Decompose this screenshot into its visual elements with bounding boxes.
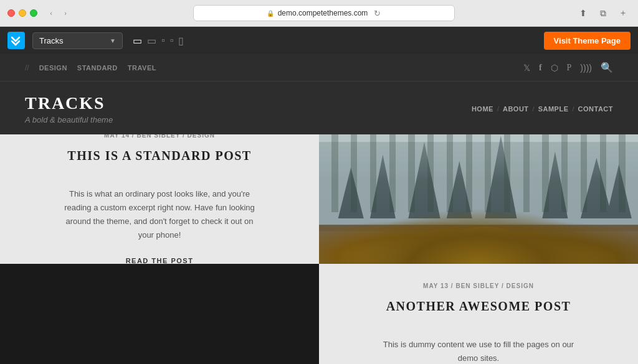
post-card-1-text: MAY 14 / BEN SIBLEY / DESIGN THIS IS A S… xyxy=(0,134,319,264)
site-nav-right: 𝕏 f ⬡ P )))) 🔍 xyxy=(523,62,613,73)
svg-marker-11 xyxy=(542,151,568,218)
main-menu: HOME / ABOUT / SAMPLE / CONTACT xyxy=(472,105,613,113)
svg-point-25 xyxy=(495,250,565,264)
website-content: // DESIGN STANDARD TRAVEL 𝕏 f ⬡ P )))) 🔍… xyxy=(0,54,638,364)
site-tagline: A bold & beautiful theme xyxy=(25,115,113,124)
svg-rect-15 xyxy=(319,225,638,264)
post-2-meta: MAY 13 / BEN SIBLEY / DESIGN xyxy=(423,282,534,289)
nav-link-travel[interactable]: TRAVEL xyxy=(128,64,156,72)
menu-about[interactable]: ABOUT xyxy=(503,105,529,113)
device-icons: ▭ ▭ ▫ ▫ ▯ xyxy=(133,35,184,47)
svg-point-29 xyxy=(409,258,417,264)
nav-slash: // xyxy=(25,63,29,72)
svg-marker-14 xyxy=(606,164,632,218)
post-card-1: MAY 14 / BEN SIBLEY / DESIGN THIS IS A S… xyxy=(0,134,319,264)
post-card-2-image xyxy=(0,264,319,364)
post-card-2: MAY 13 / BEN SIBLEY / DESIGN ANOTHER AWE… xyxy=(319,264,638,364)
svg-line-1 xyxy=(16,37,19,41)
add-tab-button[interactable]: ＋ xyxy=(616,6,631,21)
post-card-1-image xyxy=(319,134,638,264)
svg-point-28 xyxy=(406,256,421,264)
tablet-wide-icon[interactable]: ▭ xyxy=(147,35,156,47)
svg-point-31 xyxy=(558,252,578,264)
menu-contact[interactable]: CONTACT xyxy=(578,105,613,113)
svg-marker-10 xyxy=(485,136,517,218)
maximize-button[interactable] xyxy=(30,9,37,17)
svg-marker-8 xyxy=(408,142,440,218)
tab-button[interactable]: ⧉ xyxy=(596,6,611,21)
svg-rect-6 xyxy=(319,142,638,256)
svg-point-21 xyxy=(462,235,533,259)
svg-point-30 xyxy=(555,250,581,264)
site-branding: TRACKS A bold & beautiful theme xyxy=(25,94,113,124)
lock-icon: 🔒 xyxy=(267,10,274,17)
post-card-2-text: MAY 13 / BEN SIBLEY / DESIGN ANOTHER AWE… xyxy=(319,264,638,364)
svg-point-17 xyxy=(411,229,482,252)
svg-point-22 xyxy=(504,240,568,263)
post-1-image xyxy=(319,134,638,264)
svg-point-19 xyxy=(495,230,552,251)
svg-point-32 xyxy=(562,255,573,264)
rss-icon[interactable]: )))) xyxy=(580,63,592,73)
svg-point-26 xyxy=(401,250,429,264)
menu-home[interactable]: HOME xyxy=(472,105,493,113)
menu-sep-2: / xyxy=(533,105,535,113)
svg-point-20 xyxy=(421,237,498,263)
posts-grid: MAY 14 / BEN SIBLEY / DESIGN THIS IS A S… xyxy=(0,134,638,364)
phone-icon[interactable]: ▯ xyxy=(178,35,184,47)
address-text: demo.competethemes.com xyxy=(278,9,368,17)
nav-buttons: ‹ › xyxy=(45,7,72,19)
pinterest-icon[interactable]: P xyxy=(567,63,572,73)
svg-line-0 xyxy=(12,37,16,41)
svg-point-23 xyxy=(405,248,488,264)
site-nav-left: // DESIGN STANDARD TRAVEL xyxy=(25,63,156,72)
menu-sep-1: / xyxy=(497,105,499,113)
svg-line-3 xyxy=(16,41,19,45)
svg-point-18 xyxy=(453,226,517,248)
address-bar-container: 🔒 demo.competethemes.com ↻ xyxy=(77,5,571,21)
reload-button[interactable]: ↻ xyxy=(374,9,381,18)
forest-svg xyxy=(319,134,638,264)
post-1-excerpt: This is what an ordinary post looks like… xyxy=(60,187,259,242)
svg-rect-16 xyxy=(319,231,638,264)
minimize-button[interactable] xyxy=(19,9,26,17)
browser-chrome: ‹ › 🔒 demo.competethemes.com ↻ ⬆ ⧉ ＋ xyxy=(0,0,638,27)
app-toolbar: Tracks ▼ ▭ ▭ ▫ ▫ ▯ Visit Theme Page xyxy=(0,27,638,54)
post-1-title: THIS IS A STANDARD POST xyxy=(67,147,251,164)
back-button[interactable]: ‹ xyxy=(45,7,57,19)
post-2-excerpt: This is dummy content we use to fill the… xyxy=(379,338,578,364)
svg-point-24 xyxy=(450,245,526,264)
close-button[interactable] xyxy=(7,9,15,17)
dropdown-arrow-icon: ▼ xyxy=(110,37,116,44)
site-header: TRACKS A bold & beautiful theme HOME / A… xyxy=(0,82,638,134)
site-nav: // DESIGN STANDARD TRAVEL 𝕏 f ⬡ P )))) 🔍 xyxy=(0,54,638,82)
desktop-icon[interactable]: ▭ xyxy=(133,35,142,47)
svg-marker-9 xyxy=(447,161,472,218)
svg-rect-4 xyxy=(319,134,638,264)
share-button[interactable]: ⬆ xyxy=(576,6,591,21)
app-logo xyxy=(7,32,25,49)
instagram-icon[interactable]: ⬡ xyxy=(551,63,558,73)
browser-actions: ⬆ ⧉ ＋ xyxy=(576,6,631,21)
post-2-title: ANOTHER AWESOME POST xyxy=(386,298,571,314)
theme-selector[interactable]: Tracks ▼ xyxy=(32,32,123,49)
twitter-icon[interactable]: 𝕏 xyxy=(523,63,530,73)
svg-rect-33 xyxy=(319,134,638,180)
tablet-small-icon[interactable]: ▫ xyxy=(170,35,174,46)
menu-sample[interactable]: SAMPLE xyxy=(538,105,569,113)
nav-link-standard[interactable]: STANDARD xyxy=(77,64,118,72)
post-1-read-more[interactable]: READ THE POST xyxy=(126,257,194,264)
svg-marker-13 xyxy=(338,167,364,218)
tablet-icon[interactable]: ▫ xyxy=(161,35,165,46)
nav-link-design[interactable]: DESIGN xyxy=(39,64,67,72)
svg-point-27 xyxy=(402,253,425,264)
address-bar[interactable]: 🔒 demo.competethemes.com ↻ xyxy=(193,5,455,21)
traffic-lights xyxy=(7,9,37,17)
svg-line-2 xyxy=(12,41,16,45)
svg-rect-5 xyxy=(319,134,638,231)
search-icon[interactable]: 🔍 xyxy=(601,62,613,73)
facebook-icon[interactable]: f xyxy=(539,63,542,73)
visit-theme-button[interactable]: Visit Theme Page xyxy=(544,32,631,50)
theme-name: Tracks xyxy=(39,36,64,45)
forward-button[interactable]: › xyxy=(59,7,72,19)
